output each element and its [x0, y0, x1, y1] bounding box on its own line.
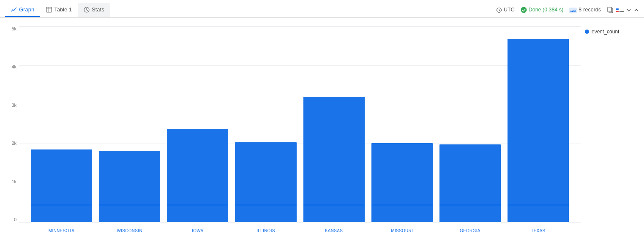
- x-label-minnesota: MINNESOTA: [49, 228, 74, 233]
- status-records: 123 8 records: [569, 7, 601, 13]
- x-label-missouri: MISSOURI: [391, 228, 413, 233]
- x-label-wisconsin: WISCONSIN: [117, 228, 142, 233]
- bar-group-missouri: [368, 26, 436, 222]
- svg-line-5: [87, 10, 88, 11]
- bar-minnesota[interactable]: [31, 149, 92, 222]
- chevron-down-icon[interactable]: [626, 7, 631, 13]
- tab-graph[interactable]: Graph: [5, 3, 40, 17]
- x-labels: MINNESOTAWISCONSINIOWAILLINOISKANSASMISS…: [19, 222, 581, 239]
- stats-icon: [84, 6, 90, 13]
- y-label-5k: 5k: [11, 26, 16, 31]
- svg-rect-14: [616, 8, 619, 10]
- tabs: Graph Table 1: [5, 3, 110, 17]
- y-label-3k: 3k: [11, 103, 16, 108]
- bars-container: [19, 26, 581, 222]
- bar-illinois[interactable]: [235, 142, 296, 222]
- bar-texas[interactable]: [508, 39, 569, 222]
- status-bar: UTC Done (0.384 s) 123: [496, 7, 639, 14]
- chart-plot: [19, 26, 581, 222]
- y-label-0: 0: [14, 217, 16, 222]
- svg-rect-13: [608, 7, 611, 12]
- app-container: Graph Table 1: [0, 0, 644, 239]
- x-label-group-missouri: MISSOURI: [368, 228, 436, 233]
- bottom-axis-line: [19, 205, 581, 205]
- bar-group-minnesota: [27, 26, 96, 222]
- legend-icon[interactable]: [616, 7, 624, 13]
- bar-group-wisconsin: [96, 26, 164, 222]
- bar-kansas[interactable]: [303, 97, 365, 222]
- records-text: records: [583, 7, 601, 13]
- bar-group-texas: [504, 26, 572, 222]
- legend-label-event-count: event_count: [592, 29, 619, 35]
- done-label: Done (0.384 s): [529, 7, 564, 13]
- y-label-2k: 2k: [11, 141, 16, 146]
- tab-table1-label: Table 1: [54, 6, 72, 13]
- x-label-group-wisconsin: WISCONSIN: [96, 228, 164, 233]
- svg-rect-0: [46, 7, 52, 12]
- tab-graph-label: Graph: [19, 6, 34, 13]
- svg-text:123: 123: [570, 9, 576, 13]
- x-label-group-georgia: GEORGIA: [436, 228, 504, 233]
- chart-area: 5k 4k 3k 2k 1k 0: [0, 18, 644, 239]
- x-label-kansas: KANSAS: [325, 228, 343, 233]
- status-action-icons: [607, 7, 639, 14]
- tab-table1[interactable]: Table 1: [40, 3, 78, 17]
- svg-rect-16: [616, 11, 619, 12]
- y-label-1k: 1k: [11, 179, 16, 184]
- x-label-group-illinois: ILLINOIS: [232, 228, 300, 233]
- copy-icon[interactable]: [607, 7, 614, 14]
- graph-icon: [11, 6, 17, 13]
- x-label-iowa: IOWA: [192, 228, 204, 233]
- records-icon: 123: [569, 7, 577, 13]
- x-label-texas: TEXAS: [531, 228, 545, 233]
- bar-group-kansas: [300, 26, 368, 222]
- bar-missouri[interactable]: [371, 143, 433, 222]
- chevron-up-icon[interactable]: [634, 7, 639, 13]
- status-utc[interactable]: UTC: [496, 7, 515, 13]
- bar-group-iowa: [164, 26, 232, 222]
- x-label-group-kansas: KANSAS: [300, 228, 368, 233]
- bar-group-illinois: [232, 26, 300, 222]
- done-check-icon: [521, 7, 527, 13]
- svg-point-9: [521, 7, 527, 13]
- top-bar: Graph Table 1: [0, 0, 644, 18]
- x-label-georgia: GEORGIA: [460, 228, 480, 233]
- tab-stats-label: Stats: [92, 6, 104, 13]
- x-label-group-iowa: IOWA: [164, 228, 232, 233]
- status-done: Done (0.384 s): [521, 7, 564, 13]
- bar-group-georgia: [436, 26, 504, 222]
- y-label-4k: 4k: [11, 64, 16, 69]
- y-axis: 5k 4k 3k 2k 1k 0: [4, 26, 19, 222]
- chart-main: 5k 4k 3k 2k 1k 0: [4, 26, 581, 239]
- x-label-group-minnesota: MINNESOTA: [27, 228, 96, 233]
- svg-line-8: [499, 10, 500, 11]
- bar-georgia[interactable]: [439, 144, 501, 222]
- x-label-illinois: ILLINOIS: [257, 228, 275, 233]
- records-count: 8: [579, 7, 581, 13]
- timezone-label: UTC: [504, 7, 515, 13]
- bar-iowa[interactable]: [167, 129, 228, 222]
- legend-item-event-count: event_count: [585, 29, 636, 35]
- tab-stats[interactable]: Stats: [78, 3, 110, 17]
- legend: event_count: [581, 26, 640, 239]
- bar-wisconsin[interactable]: [99, 151, 160, 222]
- x-label-group-texas: TEXAS: [504, 228, 572, 233]
- legend-dot-event-count: [585, 30, 589, 34]
- table-icon: [46, 6, 52, 13]
- clock-icon: [496, 7, 502, 13]
